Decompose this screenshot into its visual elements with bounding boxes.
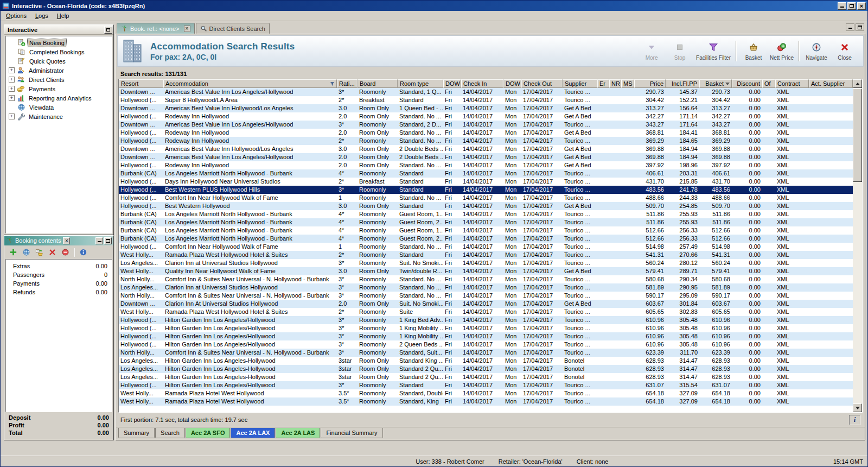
table-row[interactable]: Hollywood (...Hilton Garden Inn Los Ange… <box>119 324 853 332</box>
sidebar-item-quick-quotes[interactable]: Quick Quotes <box>6 56 112 66</box>
column-header-act-supplier[interactable]: Act. Supplier <box>809 79 853 88</box>
table-row[interactable]: Los Angeles...Hilton Garden Inn Los Ange… <box>119 365 853 373</box>
column-header-check-in[interactable]: Check In <box>461 79 503 88</box>
add-icon[interactable] <box>9 248 18 257</box>
table-row[interactable]: Hollywood (...Hilton Garden Inn Los Ange… <box>119 316 853 324</box>
column-header-accommodation[interactable]: Accommodation <box>163 79 337 88</box>
tab-acc-2a-las[interactable]: Acc 2A LAS <box>276 428 320 438</box>
close-button[interactable]: Close <box>831 40 859 62</box>
table-row[interactable]: Hollywood (...Rodeway Inn Hollywood2*Roo… <box>119 137 853 145</box>
table-row[interactable]: Hollywood (...Rodeway Inn Hollywood2.0Ro… <box>119 129 853 137</box>
column-header-dow[interactable]: DOW <box>443 79 461 88</box>
table-row[interactable]: Burbank (CA)Los Angeles Marriott North H… <box>119 235 853 243</box>
delete-icon[interactable] <box>48 248 57 257</box>
column-header-resort[interactable]: Resort <box>119 79 163 88</box>
tab-book-ref-none[interactable]: Book. ref.: <none>× <box>117 23 195 34</box>
table-row[interactable]: Hollywood (...Hilton Garden Inn Los Ange… <box>119 340 853 349</box>
table-row[interactable]: Hollywood (...Comfort Inn Near Hollywood… <box>119 194 853 202</box>
table-row[interactable]: Burbank (CA)Los Angeles Marriott North H… <box>119 210 853 218</box>
more-button[interactable]: More <box>637 40 666 62</box>
sidebar-item-administrator[interactable]: +Administrator <box>6 66 112 75</box>
table-row[interactable]: Downtown ...Americas Best Value Inn Los … <box>119 121 853 129</box>
column-header-board[interactable]: Board <box>358 79 398 88</box>
tab-acc-2a-sfo[interactable]: Acc 2A SFO <box>186 428 231 438</box>
sidebar-item-maintenance[interactable]: +Maintenance <box>6 112 112 121</box>
basket-button[interactable]: Basket <box>739 40 768 62</box>
table-row[interactable]: Los Angeles...Hilton Garden Inn Los Ange… <box>119 373 853 381</box>
tab-acc-2a-lax[interactable]: Acc 2A LAX <box>231 428 275 438</box>
scrollbar-thumb[interactable] <box>853 89 862 182</box>
booking-contents-minimize-button[interactable] <box>95 237 103 244</box>
table-row[interactable]: Hollywood (...Rodeway Inn Hollywood2.0Ro… <box>119 161 853 169</box>
column-header-nr[interactable]: NR <box>609 79 621 88</box>
tab-summary[interactable]: Summary <box>118 428 155 438</box>
scroll-up-button[interactable] <box>853 79 862 88</box>
menu-item-help[interactable]: Help <box>53 11 74 20</box>
sidebar-item-direct-clients[interactable]: +Direct Clients <box>6 75 112 84</box>
table-row[interactable]: North Holly...Comfort Inn & Suites Near … <box>119 349 853 357</box>
column-header-supplier[interactable]: Supplier <box>563 79 597 88</box>
booking-contents-maximize-button[interactable] <box>104 237 112 244</box>
column-header-check-out[interactable]: Check Out <box>521 79 563 88</box>
expand-icon[interactable]: + <box>9 95 15 101</box>
move-basket-icon[interactable] <box>35 248 44 257</box>
table-row[interactable]: Los Angeles...Hilton Garden Inn Los Ange… <box>119 357 853 365</box>
table-row[interactable]: Hollywood (...Best Western Hollywood3.0R… <box>119 202 853 210</box>
tab-search[interactable]: Search <box>155 428 185 438</box>
menu-item-logs[interactable]: Logs <box>31 11 53 20</box>
expand-icon[interactable]: + <box>9 86 15 92</box>
expand-icon[interactable]: + <box>9 77 15 83</box>
table-row[interactable]: Hollywood (...Super 8 Hollywood/LA Area2… <box>119 96 853 104</box>
maximize-button[interactable] <box>847 2 856 10</box>
stop-button[interactable]: Stop <box>666 40 694 62</box>
panel-collapse-button[interactable] <box>104 26 112 34</box>
table-row[interactable]: Los Angeles...Clarion Inn at Universal S… <box>119 259 853 267</box>
table-row[interactable]: West Holly...Ramada Plaza West Hollywood… <box>119 308 853 316</box>
table-row[interactable]: Hollywood (...Days Inn Hollywood Near Un… <box>119 178 853 186</box>
workspace-maximize-button[interactable] <box>856 23 864 31</box>
sidebar-item-payments[interactable]: +Payments <box>6 84 112 93</box>
sidebar-item-reporting-and-analytics[interactable]: +Reporting and Analytics <box>6 93 112 103</box>
menu-item-options[interactable]: Options <box>2 11 31 20</box>
sidebar-item-new-booking[interactable]: New Booking <box>6 38 112 47</box>
table-row[interactable]: Downtown ...Americas Best Value Inn Los … <box>119 153 853 161</box>
tab-close-icon[interactable]: × <box>184 26 190 32</box>
sidebar-item-viewdata[interactable]: Viewdata <box>6 103 112 112</box>
table-row[interactable]: Burbank (CA)Los Angeles Marriott North H… <box>119 169 853 178</box>
info-button[interactable]: i <box>849 415 860 425</box>
table-row[interactable]: West Holly...Ramada Plaza West Hollywood… <box>119 251 853 259</box>
column-header-basket[interactable]: Basket <box>699 79 732 88</box>
table-row[interactable]: Los Angeles...Clarion Inn at Universal S… <box>119 283 853 292</box>
table-row[interactable]: Downtown ...Americas Best Value Inn Holl… <box>119 145 853 153</box>
column-header-rati[interactable]: Rati... <box>337 79 358 88</box>
column-header-contract[interactable]: Contract <box>775 79 809 88</box>
close-button[interactable]: × <box>857 2 866 10</box>
table-row[interactable]: Downtown ...Americas Best Value Inn Holl… <box>119 104 853 112</box>
column-header-room-type[interactable]: Room type <box>398 79 443 88</box>
table-row[interactable]: Hollywood (...Comfort Inn Near Hollywood… <box>119 243 853 251</box>
expand-icon[interactable]: + <box>9 67 15 73</box>
table-row[interactable]: North Holly...Comfort Inn & Suites Near … <box>119 292 853 300</box>
sidebar-item-completed-bookings[interactable]: Completed Bookings <box>6 47 112 56</box>
scroll-down-button[interactable] <box>853 403 862 412</box>
column-header-dow[interactable]: DOW <box>503 79 521 88</box>
column-header-incl-fl-pp[interactable]: Incl.Fl.PP <box>666 79 699 88</box>
workspace-minimize-button[interactable] <box>846 23 854 31</box>
view-globe-icon[interactable] <box>22 248 31 257</box>
table-row[interactable]: Hollywood (...Rodeway Inn Hollywood2.0Ro… <box>119 112 853 121</box>
navigate-button[interactable]: Navigate <box>802 40 831 62</box>
table-row[interactable]: Burbank (CA)Los Angeles Marriott North H… <box>119 218 853 226</box>
table-row[interactable]: Downtown ...Clarion Inn At Universal Stu… <box>119 300 853 308</box>
column-header-er[interactable]: Er <box>597 79 609 88</box>
table-row[interactable]: North Holly...Comfort Inn & Suites Near … <box>119 275 853 283</box>
expand-icon[interactable]: + <box>9 113 15 119</box>
minimize-button[interactable] <box>838 2 846 10</box>
column-header-ms[interactable]: MS <box>621 79 634 88</box>
facilities-filter-button[interactable]: Facilities Filter <box>694 40 733 62</box>
info-icon[interactable] <box>79 248 88 257</box>
table-row[interactable]: West Holly...Quality Inn Near Hollywood … <box>119 267 853 275</box>
table-row[interactable]: West Holly...Ramada Plaza Hotel West Hol… <box>119 397 853 406</box>
table-row[interactable]: West Holly...Ramada Plaza Hotel West Hol… <box>119 389 853 397</box>
tab-direct-clients-search[interactable]: Direct Clients Search <box>196 23 270 34</box>
column-header-discount[interactable]: Discount <box>732 79 762 88</box>
